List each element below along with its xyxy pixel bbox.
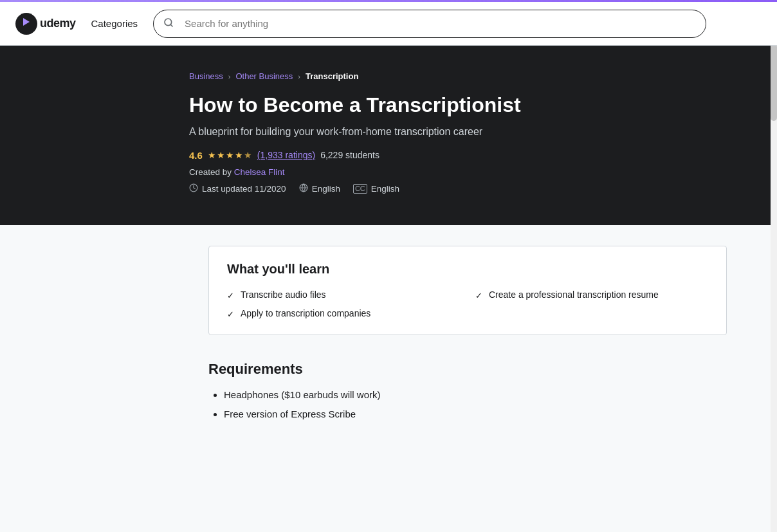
star-2: ★ bbox=[217, 150, 225, 160]
requirement-item-2: Free version of Express Scribe bbox=[224, 407, 727, 422]
check-icon-3: ✓ bbox=[227, 309, 234, 319]
requirement-item-2-text: Free version of Express Scribe bbox=[224, 408, 356, 419]
requirement-item-1: Headphones ($10 earbuds will work) bbox=[224, 388, 727, 403]
check-icon-2: ✓ bbox=[475, 291, 482, 300]
breadcrumb-sep-2: › bbox=[298, 73, 300, 80]
created-by-label: Created by bbox=[189, 167, 232, 177]
check-icon-1: ✓ bbox=[227, 291, 234, 300]
breadcrumb: Business › Other Business › Transcriptio… bbox=[189, 71, 641, 81]
rating-row: 4.6 ★ ★ ★ ★ ★ (1,933 ratings) 6,229 stud… bbox=[189, 150, 641, 161]
learn-item-3: ✓ Apply to transcription companies bbox=[227, 308, 460, 319]
course-subtitle: A blueprint for building your work-from-… bbox=[189, 125, 641, 139]
language-item: English bbox=[299, 183, 340, 194]
requirement-item-1-text: Headphones ($10 earbuds will work) bbox=[224, 389, 380, 400]
hero-section: Business › Other Business › Transcriptio… bbox=[0, 46, 777, 225]
header: udemy Categories bbox=[0, 2, 777, 46]
learn-grid: ✓ Transcribe audio files ✓ Create a prof… bbox=[227, 289, 708, 319]
stars: ★ ★ ★ ★ ★ bbox=[208, 150, 252, 160]
instructor-link[interactable]: Chelsea Flint bbox=[234, 167, 285, 177]
students-count: 6,229 students bbox=[320, 150, 379, 160]
breadcrumb-sep-1: › bbox=[228, 73, 231, 80]
learn-heading: What you'll learn bbox=[227, 262, 708, 277]
scrollbar-thumb[interactable] bbox=[771, 44, 777, 121]
star-3: ★ bbox=[226, 150, 234, 160]
requirements-list: Headphones ($10 earbuds will work) Free … bbox=[208, 388, 727, 422]
rating-count[interactable]: (1,933 ratings) bbox=[257, 150, 315, 160]
learn-item-2: ✓ Create a professional transcription re… bbox=[475, 289, 708, 300]
star-4: ★ bbox=[235, 150, 243, 160]
logo-text: udemy bbox=[40, 17, 76, 30]
captions-icon: CC bbox=[353, 184, 367, 194]
breadcrumb-other-business[interactable]: Other Business bbox=[235, 71, 293, 81]
course-title: How to Become a Transcriptionist bbox=[189, 93, 641, 117]
logo[interactable]: udemy bbox=[15, 13, 76, 35]
star-half: ★ bbox=[244, 150, 252, 160]
captions-text: English bbox=[371, 184, 399, 194]
scrollbar-track bbox=[771, 44, 777, 458]
meta-row: Last updated 11/2020 English CC English bbox=[189, 183, 641, 194]
learn-box: What you'll learn ✓ Transcribe audio fil… bbox=[208, 246, 727, 335]
last-updated-item: Last updated 11/2020 bbox=[189, 183, 286, 194]
created-by: Created by Chelsea Flint bbox=[189, 167, 641, 177]
update-icon bbox=[189, 183, 198, 194]
requirements-heading: Requirements bbox=[208, 361, 727, 378]
breadcrumb-business[interactable]: Business bbox=[189, 71, 223, 81]
learn-item-1: ✓ Transcribe audio files bbox=[227, 289, 460, 300]
learn-item-1-text: Transcribe audio files bbox=[241, 289, 326, 300]
rating-number: 4.6 bbox=[189, 150, 203, 161]
learn-item-3-text: Apply to transcription companies bbox=[241, 308, 370, 318]
captions-item: CC English bbox=[353, 184, 399, 194]
language-text: English bbox=[312, 184, 340, 194]
main-content: What you'll learn ✓ Transcribe audio fil… bbox=[35, 225, 742, 458]
learn-item-2-text: Create a professional transcription resu… bbox=[489, 289, 659, 300]
star-1: ★ bbox=[208, 150, 216, 160]
search-container bbox=[153, 10, 706, 38]
last-updated-text: Last updated 11/2020 bbox=[202, 184, 286, 194]
requirements-section: Requirements Headphones ($10 earbuds wil… bbox=[208, 361, 727, 422]
categories-button[interactable]: Categories bbox=[86, 15, 143, 32]
search-input[interactable] bbox=[153, 10, 706, 38]
globe-icon bbox=[299, 183, 308, 194]
breadcrumb-current: Transcription bbox=[306, 71, 358, 81]
